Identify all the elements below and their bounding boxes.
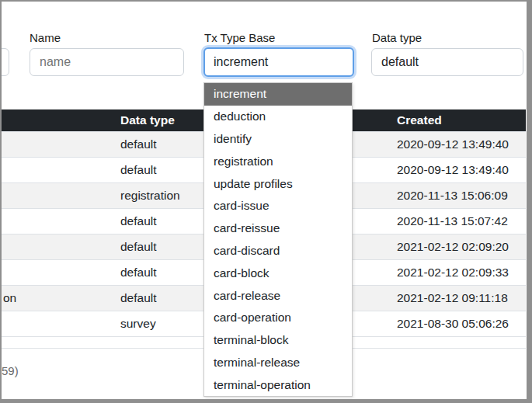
- dropdown-option[interactable]: terminal-release: [204, 352, 352, 374]
- dropdown-option[interactable]: card-operation: [204, 307, 352, 329]
- dropdown-option[interactable]: card-release: [204, 284, 352, 307]
- header-created: Created: [387, 113, 526, 127]
- tx-type-base-field-label: Tx Type Base: [204, 31, 275, 44]
- dropdown-option[interactable]: registration: [204, 150, 352, 172]
- cell-created: 2021-02-12 02:09:33: [387, 266, 526, 280]
- dropdown-option[interactable]: deduction: [204, 106, 352, 128]
- cell-created: 2020-09-12 13:49:40: [387, 137, 526, 151]
- dropdown-option[interactable]: update profiles: [204, 172, 352, 195]
- name-field-label: Name: [30, 31, 61, 44]
- dropdown-option[interactable]: terminal-block: [204, 329, 352, 352]
- clipped-left-input[interactable]: [0, 48, 9, 76]
- dropdown-option[interactable]: card-discard: [204, 240, 352, 262]
- cell-created: 2021-08-30 05:06:26: [387, 317, 526, 331]
- dropdown-option[interactable]: card-block: [204, 262, 352, 284]
- dropdown-option[interactable]: card-issue: [204, 195, 352, 217]
- tx-type-base-input[interactable]: [203, 47, 354, 77]
- dropdown-option[interactable]: card-reissue: [204, 217, 352, 240]
- total-count-fragment: 59): [2, 364, 19, 377]
- tx-type-base-dropdown: increment deduction identify registratio…: [203, 82, 353, 397]
- data-type-field-label: Data type: [372, 31, 422, 44]
- page: Name Tx Type Base Data type Data type Cr…: [0, 0, 532, 403]
- dropdown-option[interactable]: increment: [204, 83, 352, 106]
- name-input[interactable]: [30, 48, 184, 76]
- cell-created: 2021-02-12 09:11:18: [387, 291, 526, 305]
- cell-created: 2020-11-13 15:07:42: [387, 214, 526, 228]
- cell-created: 2020-09-12 13:49:40: [387, 163, 526, 177]
- dropdown-option[interactable]: identify: [204, 128, 352, 151]
- cell-created: 2020-11-13 15:06:09: [387, 189, 526, 203]
- dropdown-option[interactable]: terminal-operation: [204, 373, 352, 396]
- cell-created: 2021-02-12 02:09:20: [387, 240, 526, 254]
- cell-name: on: [2, 291, 111, 305]
- data-type-input[interactable]: [371, 48, 523, 76]
